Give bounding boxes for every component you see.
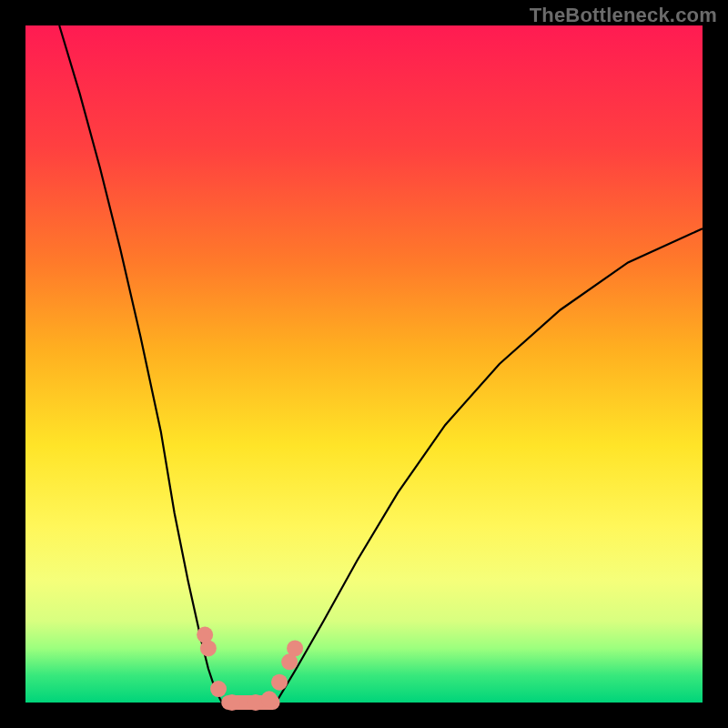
watermark-text: TheBottleneck.com	[530, 4, 717, 27]
data-marker	[287, 640, 303, 656]
bottleneck-curve	[59, 25, 703, 703]
data-marker	[224, 694, 240, 711]
marker-group	[197, 627, 303, 711]
chart-frame: TheBottleneck.com	[0, 0, 728, 728]
data-marker	[210, 681, 227, 697]
curve-group	[59, 25, 703, 703]
plot-area	[25, 25, 703, 703]
data-marker	[200, 640, 217, 656]
chart-svg	[25, 25, 703, 703]
data-marker	[271, 674, 288, 691]
data-marker	[261, 691, 278, 707]
